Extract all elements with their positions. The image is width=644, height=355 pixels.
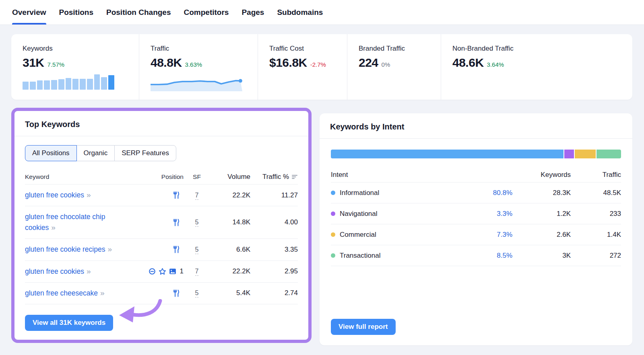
col-header-keyword[interactable]: Keyword	[25, 173, 123, 181]
intent-keywords-value: 1.2K	[512, 210, 571, 218]
intent-label: Informational	[340, 189, 379, 197]
table-row: gluten free cookies» 1 7 22.2K 2.95	[25, 261, 298, 283]
stat-non-branded-traffic-value: 48.6K	[452, 56, 484, 70]
keywords-bar	[44, 80, 50, 90]
serp-feature-icons	[172, 219, 180, 226]
view-full-report-button[interactable]: View full report	[331, 319, 396, 335]
stat-traffic-value: 48.8K	[151, 56, 182, 70]
tab-position-changes[interactable]: Position Changes	[106, 0, 171, 25]
open-keyword-icon[interactable]: »	[51, 223, 56, 232]
keywords-bar	[101, 77, 107, 90]
intent-segment-transactional	[597, 150, 621, 158]
intent-label: Transactional	[340, 252, 380, 260]
commercial-dot-icon	[331, 232, 335, 237]
stat-traffic: Traffic 48.8K 3.63%	[139, 34, 258, 100]
intent-pct-link[interactable]: 7.3%	[497, 231, 512, 238]
intent-label: Commercial	[340, 231, 376, 239]
intent-label: Navigational	[340, 210, 378, 218]
serp-feature-icons	[149, 268, 176, 275]
filter-all-positions[interactable]: All Positions	[25, 145, 77, 161]
table-row: gluten free cheesecake» 5 5.4K 2.74	[25, 283, 298, 304]
intent-keywords-value: 2.6K	[512, 231, 571, 239]
open-keyword-icon[interactable]: »	[107, 245, 112, 253]
keywords-bar	[108, 75, 114, 90]
intent-segment-informational	[331, 150, 564, 158]
stat-non-branded-traffic-delta: 3.64%	[487, 61, 504, 68]
intent-pct-link[interactable]: 8.5%	[497, 252, 512, 259]
position-value: 1	[180, 267, 184, 275]
tab-subdomains[interactable]: Subdomains	[277, 0, 323, 25]
stat-branded-traffic-label: Branded Traffic	[359, 45, 437, 53]
sf-count[interactable]: 7	[195, 192, 199, 200]
navigational-dot-icon	[331, 211, 335, 216]
informational-dot-icon	[331, 191, 335, 195]
stat-traffic-label: Traffic	[151, 45, 254, 53]
tab-competitors[interactable]: Competitors	[184, 0, 229, 25]
intent-pct-link[interactable]: 3.3%	[497, 210, 512, 218]
intent-row-transactional: Transactional 8.5% 3K 272	[331, 245, 621, 266]
serp-feature-icons	[172, 289, 180, 297]
divider	[14, 136, 308, 136]
col-header-volume[interactable]: Volume	[210, 173, 250, 181]
col-header-keywords: Keywords	[512, 171, 571, 179]
keywords-bar	[23, 82, 29, 90]
traffic-pct-value: 3.35	[250, 246, 298, 254]
intent-segment-navigational	[564, 150, 574, 158]
intent-pct-link[interactable]: 80.8%	[493, 189, 512, 197]
keyword-link[interactable]: gluten free cheesecake	[25, 289, 98, 297]
filter-organic[interactable]: Organic	[76, 145, 115, 161]
top-keywords-title: Top Keywords	[25, 120, 80, 129]
col-header-traffic-pct[interactable]: Traffic %	[250, 173, 298, 181]
intent-row-commercial: Commercial 7.3% 2.6K 1.4K	[331, 224, 621, 245]
report-tabs-bar: Overview Positions Position Changes Comp…	[0, 0, 644, 25]
keywords-bar	[72, 79, 78, 90]
volume-value: 22.2K	[210, 267, 250, 275]
sort-descending-icon[interactable]	[292, 174, 298, 179]
keywords-by-intent-panel: Keywords by Intent Intent Keywords Traff…	[320, 113, 632, 345]
divider	[320, 138, 632, 139]
stat-keywords-value: 31K	[23, 56, 44, 70]
keyword-link[interactable]: gluten free cookies	[25, 267, 84, 275]
keyword-link[interactable]: gluten free cookies	[25, 191, 84, 199]
top-keywords-table: Keyword Position SF Volume Traffic % glu…	[25, 169, 298, 304]
stat-non-branded-traffic-label: Non-Branded Traffic	[452, 45, 628, 53]
intent-traffic-value: 272	[571, 252, 621, 260]
sf-count[interactable]: 5	[195, 219, 199, 227]
filter-serp-features[interactable]: SERP Features	[114, 145, 176, 161]
keyword-link[interactable]: gluten free cookie recipes	[25, 245, 105, 253]
tab-positions[interactable]: Positions	[59, 0, 94, 25]
serp-feature-icons	[172, 191, 180, 199]
keywords-mini-bar-chart	[23, 74, 114, 90]
keyword-link[interactable]: gluten free chocolate chip cookies	[25, 213, 105, 232]
intent-keywords-value: 3K	[512, 252, 571, 260]
open-keyword-icon[interactable]: »	[87, 191, 91, 199]
traffic-pct-value: 2.74	[250, 289, 298, 297]
table-row: gluten free chocolate chip cookies» 5 14…	[25, 206, 298, 239]
serp-feature-icons	[172, 246, 180, 253]
sf-count[interactable]: 5	[195, 289, 199, 298]
stat-traffic-delta: 3.63%	[185, 61, 202, 68]
traffic-pct-value: 11.27	[250, 191, 298, 199]
volume-value: 14.8K	[210, 218, 250, 226]
stat-traffic-cost: Traffic Cost $16.8K -2.7%	[258, 34, 347, 100]
sf-count[interactable]: 7	[195, 268, 199, 276]
col-header-sf[interactable]: SF	[184, 173, 210, 181]
stat-traffic-cost-value: $16.8K	[269, 56, 307, 70]
tab-pages[interactable]: Pages	[242, 0, 264, 25]
keywords-bar	[80, 79, 86, 90]
sf-count[interactable]: 5	[195, 246, 199, 254]
traffic-pct-value: 4.00	[250, 218, 298, 226]
open-keyword-icon[interactable]: »	[87, 267, 91, 275]
intent-traffic-value: 1.4K	[571, 231, 621, 239]
keywords-by-intent-title: Keywords by Intent	[330, 122, 404, 131]
table-row: gluten free cookie recipes» 5 6.6K 3.35	[25, 239, 298, 261]
intent-distribution-bar	[331, 150, 621, 158]
col-header-position[interactable]: Position	[123, 173, 184, 181]
keywords-bar	[51, 80, 57, 90]
keywords-bar	[87, 79, 93, 90]
tab-overview[interactable]: Overview	[12, 0, 46, 25]
intent-traffic-value: 233	[571, 210, 621, 218]
open-keyword-icon[interactable]: »	[100, 289, 105, 297]
stat-branded-traffic-delta: 0%	[382, 61, 390, 68]
view-all-keywords-button[interactable]: View all 31K keywords	[25, 315, 113, 331]
